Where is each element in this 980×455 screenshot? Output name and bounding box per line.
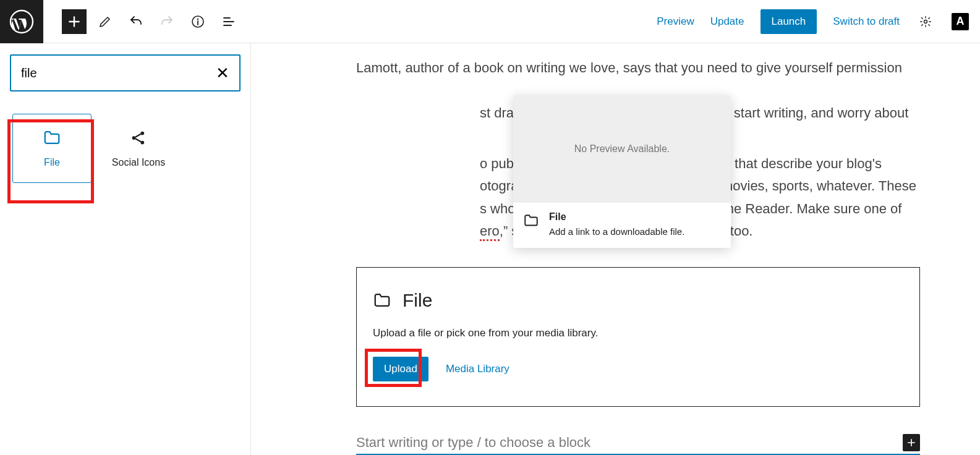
inserter-block-label: Social Icons bbox=[112, 157, 165, 168]
redo-icon bbox=[160, 14, 174, 29]
wp-logo-button[interactable] bbox=[0, 0, 43, 43]
folder-icon bbox=[43, 129, 61, 147]
inserter-block-label: File bbox=[44, 157, 60, 168]
switch-to-draft-link[interactable]: Switch to draft bbox=[833, 15, 900, 28]
editor-canvas-area: No Preview Available. File Add a link to… bbox=[251, 43, 980, 455]
pen-icon bbox=[98, 14, 113, 29]
file-block-description: Upload a file or pick one from your medi… bbox=[373, 327, 903, 339]
inserter-search-clear[interactable]: ✕ bbox=[211, 62, 234, 83]
document-info-button[interactable] bbox=[185, 9, 210, 34]
appender-placeholder: Start writing or type / to choose a bloc… bbox=[356, 435, 590, 451]
upload-button[interactable]: Upload bbox=[373, 357, 428, 381]
folder-icon bbox=[373, 291, 391, 310]
block-preview-popover: No Preview Available. File Add a link to… bbox=[513, 95, 731, 248]
inserter-search-input[interactable] bbox=[20, 66, 211, 81]
update-link[interactable]: Update bbox=[710, 15, 744, 28]
share-icon bbox=[129, 129, 148, 147]
inserter-search: ✕ bbox=[10, 54, 241, 91]
topbar-left-tools bbox=[0, 0, 241, 43]
default-block-appender[interactable]: Start writing or type / to choose a bloc… bbox=[356, 434, 920, 455]
wordpress-icon bbox=[9, 9, 34, 34]
redo-button[interactable] bbox=[155, 9, 179, 34]
preview-link[interactable]: Preview bbox=[657, 15, 694, 28]
inserter-block-file[interactable]: File bbox=[12, 114, 92, 183]
jetpack-badge[interactable]: A bbox=[952, 13, 969, 30]
list-icon bbox=[221, 14, 236, 29]
launch-button[interactable]: Launch bbox=[761, 9, 817, 34]
undo-button[interactable] bbox=[124, 9, 148, 34]
inline-add-block-button[interactable] bbox=[903, 434, 920, 451]
inserter-results: File Social Icons bbox=[10, 114, 241, 183]
inserter-panel: ✕ File Social Icons bbox=[0, 43, 251, 455]
media-library-link[interactable]: Media Library bbox=[446, 363, 509, 375]
undo-icon bbox=[129, 14, 143, 29]
gear-icon bbox=[919, 15, 932, 28]
file-block-actions: Upload Media Library bbox=[373, 357, 903, 381]
popover-block-title: File bbox=[549, 211, 684, 223]
block-preview-placeholder: No Preview Available. bbox=[513, 95, 731, 203]
file-block-header: File bbox=[373, 290, 903, 311]
folder-icon bbox=[523, 213, 539, 229]
inserter-block-social-icons[interactable]: Social Icons bbox=[99, 114, 178, 183]
file-block-placeholder[interactable]: File Upload a file or pick one from your… bbox=[356, 267, 920, 407]
plus-icon bbox=[906, 437, 917, 448]
settings-button[interactable] bbox=[916, 12, 935, 32]
document-outline-button[interactable] bbox=[216, 9, 241, 34]
add-block-button[interactable] bbox=[62, 9, 87, 34]
edit-mode-button[interactable] bbox=[93, 9, 117, 34]
topbar-right-actions: Preview Update Launch Switch to draft A bbox=[657, 9, 969, 34]
editor-topbar: Preview Update Launch Switch to draft A bbox=[0, 0, 980, 43]
popover-block-description: Add a link to a downloadable file. bbox=[549, 226, 684, 237]
info-icon bbox=[190, 14, 205, 29]
plus-icon bbox=[66, 14, 82, 30]
